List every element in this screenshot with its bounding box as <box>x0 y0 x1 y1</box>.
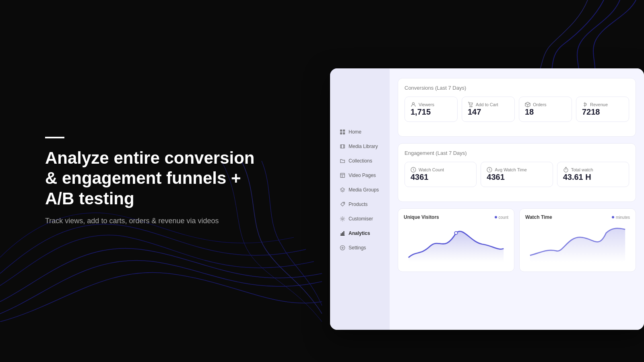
watch-time-legend: minutes <box>612 215 630 220</box>
box-icon <box>525 102 530 107</box>
charts-row: Unique Visitors count <box>398 208 636 272</box>
add-to-cart-value: 147 <box>468 107 509 117</box>
layers-icon <box>340 187 345 193</box>
conversions-header: Conversions (Last 7 Days) <box>405 85 629 91</box>
legend-dot-watch <box>612 216 614 218</box>
stat-card-add-to-cart: Add to Cart 147 <box>462 97 515 122</box>
svg-rect-19 <box>343 231 344 236</box>
right-panel: Home Media Library Collections <box>330 68 644 330</box>
stat-card-avg-watch-time: Avg Watch Time 4361 <box>481 162 553 187</box>
dollar-icon <box>582 102 588 107</box>
stat-card-revenue: Revenue 7218 <box>576 97 629 122</box>
svg-point-20 <box>342 247 343 249</box>
viewers-label: Viewers <box>419 102 434 107</box>
sidebar-item-products[interactable]: Products <box>333 197 386 211</box>
sidebar: Home Media Library Collections <box>330 68 390 330</box>
engagement-stats-row: Watch Count 4361 Avg Watch Time 4361 <box>405 162 629 187</box>
svg-rect-17 <box>341 233 342 235</box>
engagement-section: Engagement (Last 7 Days) Watch Count 436… <box>398 143 636 202</box>
svg-rect-0 <box>340 130 342 132</box>
layout-icon <box>340 173 345 178</box>
sidebar-label-media-groups: Media Groups <box>349 187 379 193</box>
viewers-value: 1,715 <box>411 107 452 117</box>
revenue-value: 7218 <box>582 107 623 117</box>
conversions-section: Conversions (Last 7 Days) Viewers 1,715 <box>398 78 636 137</box>
timer-icon <box>563 167 569 173</box>
stat-card-watch-count: Watch Count 4361 <box>405 162 477 187</box>
svg-point-21 <box>413 103 415 105</box>
unique-visitors-title: Unique Visitors <box>404 214 439 220</box>
svg-rect-2 <box>340 132 342 134</box>
sidebar-item-analytics[interactable]: Analytics <box>333 226 386 240</box>
stat-card-total-watch: Total watch 43.61 H <box>557 162 629 187</box>
folder-icon <box>340 158 345 164</box>
sidebar-item-video-pages[interactable]: Video Pages <box>333 169 386 182</box>
svg-rect-18 <box>342 232 343 235</box>
orders-value: 18 <box>525 107 566 117</box>
avg-watch-time-value: 4361 <box>487 173 547 182</box>
sidebar-label-video-pages: Video Pages <box>349 173 376 178</box>
sidebar-item-customiser[interactable]: Customiser <box>333 212 386 226</box>
stat-card-orders: Orders 18 <box>519 97 572 122</box>
add-to-cart-label: Add to Cart <box>476 102 498 107</box>
main-heading: Analyze entire conversion & engagement f… <box>45 148 270 209</box>
film-icon <box>340 144 345 149</box>
svg-point-23 <box>471 106 472 107</box>
sidebar-label-media-library: Media Library <box>349 144 378 149</box>
svg-point-30 <box>455 232 457 234</box>
clock2-icon <box>487 167 492 173</box>
total-watch-value: 43.61 H <box>563 173 623 182</box>
engagement-header: Engagement (Last 7 Days) <box>405 150 629 156</box>
sidebar-item-settings[interactable]: Settings <box>333 241 386 255</box>
sidebar-item-home[interactable]: Home <box>333 125 386 139</box>
bar-chart-icon <box>340 230 345 236</box>
watch-time-title: Watch Time <box>525 214 552 220</box>
left-content: Analyze entire conversion & engagement f… <box>0 0 330 362</box>
cart-icon <box>468 102 473 107</box>
sidebar-label-settings: Settings <box>349 245 366 251</box>
settings2-icon <box>340 216 345 222</box>
svg-rect-4 <box>341 145 345 148</box>
revenue-label: Revenue <box>590 102 608 107</box>
conversions-stats-row: Viewers 1,715 Add to Cart 147 <box>405 97 629 122</box>
svg-rect-11 <box>341 173 345 178</box>
avg-watch-time-label: Avg Watch Time <box>495 167 526 172</box>
watch-time-chart <box>525 224 630 264</box>
unique-visitors-chart <box>404 224 508 264</box>
clock-icon <box>411 167 416 173</box>
chart-watch-time: Watch Time minutes <box>519 208 636 272</box>
main-content: Conversions (Last 7 Days) Viewers 1,715 <box>390 68 644 330</box>
svg-rect-1 <box>343 130 345 132</box>
sidebar-item-media-library[interactable]: Media Library <box>333 140 386 153</box>
svg-rect-3 <box>343 132 345 134</box>
grid-icon <box>340 129 345 135</box>
gear-icon <box>340 245 345 251</box>
legend-dot-visitors <box>495 216 497 218</box>
stat-card-viewers: Viewers 1,715 <box>405 97 458 122</box>
sidebar-item-media-groups[interactable]: Media Groups <box>333 183 386 197</box>
unique-visitors-legend: count <box>495 215 508 220</box>
svg-point-15 <box>342 218 343 220</box>
sub-heading: Track views, add to carts, orders & reve… <box>45 217 238 225</box>
headline-bar <box>45 137 64 138</box>
total-watch-label: Total watch <box>571 167 593 172</box>
user-icon <box>411 102 416 107</box>
watch-count-label: Watch Count <box>419 167 444 172</box>
sidebar-item-collections[interactable]: Collections <box>333 154 386 168</box>
chart-unique-visitors: Unique Visitors count <box>398 208 514 272</box>
svg-point-22 <box>470 106 471 107</box>
sidebar-label-collections: Collections <box>349 158 372 164</box>
orders-label: Orders <box>533 102 547 107</box>
sidebar-label-customiser: Customiser <box>349 216 373 222</box>
tag-icon <box>340 202 345 207</box>
svg-point-14 <box>343 203 344 203</box>
sidebar-label-products: Products <box>349 202 367 207</box>
sidebar-label-home: Home <box>349 129 361 135</box>
sidebar-label-analytics: Analytics <box>349 230 370 236</box>
watch-count-value: 4361 <box>411 173 471 182</box>
